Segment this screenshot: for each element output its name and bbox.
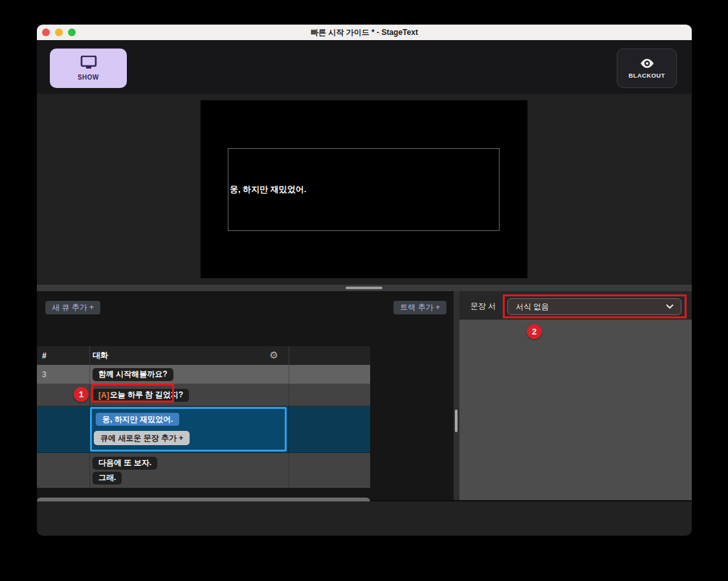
column-header-number: # <box>42 351 47 360</box>
column-header-dialog: 대화 <box>93 350 108 361</box>
add-sentence-to-cue-button[interactable]: 큐에 새로운 문장 추가 + <box>94 431 190 445</box>
add-track-button[interactable]: 트랙 추가 + <box>393 301 447 314</box>
annotation-step-badge-1: 1 <box>74 387 89 402</box>
sentence-chip[interactable]: 그래. <box>93 472 122 485</box>
annotation-step-badge-2: 2 <box>527 324 542 339</box>
splitter-drag-handle[interactable] <box>346 287 382 289</box>
cue-table: # 대화 ⚙ 3 함께 시작해볼까요? [A]오늘 하루 참 길었지? <box>37 346 370 488</box>
caption-bounds-box: 웅, 하지만 재밌었어. <box>228 148 500 231</box>
format-dropdown[interactable]: 서식 없음 <box>507 298 681 315</box>
window-title: 빠른 시작 가이드 * - StageText <box>37 27 692 38</box>
cue-list-panel: 새 큐 추가 + 트랙 추가 + # 대화 ⚙ 3 함께 시작해볼까요? <box>37 291 454 500</box>
sentence-chip[interactable]: 다음에 또 보자. <box>93 457 157 470</box>
chevron-down-icon <box>666 304 674 309</box>
preview-section: 웅, 하지만 재밌었어. <box>37 94 692 285</box>
cue-row-3[interactable]: 3 함께 시작해볼까요? <box>37 365 370 384</box>
blackout-button-label: BLACKOUT <box>628 72 665 79</box>
status-bar <box>37 501 692 536</box>
blackout-button[interactable]: BLACKOUT <box>617 49 677 88</box>
monitor-icon <box>80 56 97 70</box>
cue-number: 3 <box>42 370 47 379</box>
show-button[interactable]: SHOW <box>50 49 127 88</box>
format-label: 문장 서 <box>470 301 496 312</box>
titlebar: 빠른 시작 가이드 * - StageText <box>37 25 692 40</box>
cue-row-5[interactable]: 다음에 또 보자. 그래. <box>37 453 370 488</box>
vertical-scrollbar[interactable] <box>455 410 458 432</box>
desktop: { "window": { "title": "빠른 시작 가이드 * - St… <box>0 0 728 581</box>
format-dropdown-value: 서식 없음 <box>508 301 549 312</box>
output-preview-screen: 웅, 하지만 재밌었어. <box>201 100 527 278</box>
selected-cue-cell[interactable]: 웅, 하지만 재밌었어. 큐에 새로운 문장 추가 + <box>90 407 287 452</box>
format-panel: 문장 서 서식 없음 <box>459 291 692 500</box>
show-button-label: SHOW <box>78 74 99 81</box>
app-window: 빠른 시작 가이드 * - StageText SHOW <box>37 25 692 536</box>
toolbar: SHOW BLACKOUT <box>37 40 692 94</box>
format-panel-topbar: 문장 서 서식 없음 <box>459 291 692 320</box>
horizontal-splitter <box>37 285 692 291</box>
eye-icon <box>639 58 655 69</box>
speaker-tag: [A] <box>98 391 109 400</box>
cue-table-header: # 대화 ⚙ <box>37 346 370 365</box>
sentence-chip[interactable]: 함께 시작해볼까요? <box>93 368 173 381</box>
cue-row-selected[interactable]: 웅, 하지만 재밌었어. 큐에 새로운 문장 추가 + <box>37 406 370 453</box>
sentence-chip[interactable]: [A]오늘 하루 참 길었지? <box>93 389 189 402</box>
selected-sentence-chip[interactable]: 웅, 하지만 재밌었어. <box>96 413 179 426</box>
panel-divider <box>454 291 459 500</box>
preview-caption: 웅, 하지만 재밌었어. <box>228 184 306 195</box>
add-cue-button[interactable]: 새 큐 추가 + <box>45 301 100 314</box>
gear-icon[interactable]: ⚙ <box>270 351 278 360</box>
